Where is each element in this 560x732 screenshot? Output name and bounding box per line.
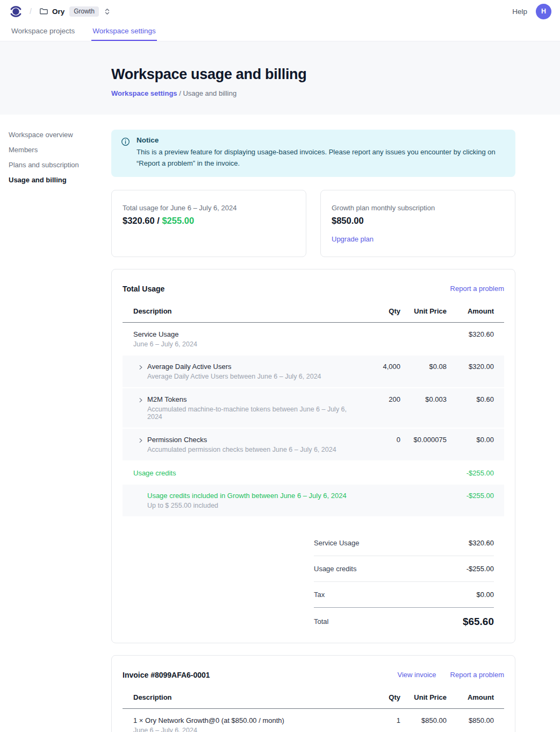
- row-description: 1 × Ory Network Growth@0 (at $850.00 / m…: [123, 716, 363, 732]
- usage-table-header: Description Qty Unit Price Amount: [123, 304, 504, 323]
- col-unit-price: Unit Price: [400, 693, 447, 701]
- invoice-panel: Invoice #8099AFA6-0001 View invoice Repo…: [111, 655, 515, 732]
- sidebar-item-workspace-overview[interactable]: Workspace overview: [9, 131, 100, 139]
- row-description: Service Usage June 6 – July 6, 2024: [123, 330, 363, 348]
- row-amount: $320.00: [447, 363, 494, 371]
- chevron-right-icon[interactable]: [123, 395, 147, 403]
- notice-body: Notice This is a preview feature for dis…: [137, 136, 505, 169]
- row-qty: 200: [363, 395, 400, 403]
- col-qty: Qty: [363, 693, 400, 701]
- subscription-label: Growth plan monthly subscription: [332, 204, 504, 212]
- row-subtitle: Accumulated permission checks between Ju…: [147, 446, 363, 453]
- page-title: Workspace usage and billing: [111, 66, 551, 83]
- folder-icon: [39, 7, 48, 16]
- row-unit-price: $850.00: [400, 716, 447, 724]
- row-title: Service Usage: [133, 330, 363, 338]
- row-amount: $850.00: [447, 716, 494, 724]
- total-usage-label: Total usage for June 6 – July 6, 2024: [123, 204, 295, 212]
- summary-row-usage-credits: Usage credits -$255.00: [314, 556, 494, 582]
- row-subtitle: Average Daily Active Users between June …: [147, 373, 363, 380]
- sidebar-item-members[interactable]: Members: [9, 146, 100, 154]
- breadcrumb-settings-link[interactable]: Workspace settings: [111, 89, 177, 97]
- row-unit-price: $0.08: [400, 363, 447, 371]
- table-row-m2m-tokens: M2M Tokens Accumulated machine-to-machin…: [123, 388, 504, 428]
- help-link[interactable]: Help: [512, 8, 527, 16]
- row-description: Usage credits: [123, 469, 447, 477]
- row-description: Average Daily Active Users Average Daily…: [147, 363, 363, 380]
- row-subtitle: June 6 – July 6, 2024: [133, 727, 363, 732]
- usage-panel-title: Total Usage: [123, 285, 164, 293]
- ory-logo-icon[interactable]: [9, 4, 23, 19]
- summary-value: $320.60: [469, 539, 494, 547]
- chevron-right-icon[interactable]: [123, 436, 147, 444]
- invoice-title: Invoice #8099AFA6-0001: [123, 671, 210, 679]
- row-unit-price: $0.003: [400, 395, 447, 403]
- table-row-service-usage: Service Usage June 6 – July 6, 2024 $320…: [123, 323, 504, 356]
- row-description: M2M Tokens Accumulated machine-to-machin…: [147, 395, 363, 421]
- workspace-name[interactable]: Ory: [52, 8, 64, 16]
- total-label: Total: [314, 617, 328, 626]
- invoice-report-problem-link[interactable]: Report a problem: [450, 671, 504, 679]
- row-title: Usage credits included in Growth between…: [147, 492, 447, 500]
- row-subtitle: Accumulated machine-to-machine tokens be…: [147, 406, 363, 421]
- tab-workspace-projects[interactable]: Workspace projects: [10, 23, 76, 41]
- row-unit-price: $0.000075: [400, 436, 447, 444]
- row-qty: 0: [363, 436, 400, 444]
- breadcrumb: Workspace settings / Usage and billing: [111, 89, 551, 97]
- chevron-right-icon[interactable]: [123, 363, 147, 371]
- row-amount: $0.00: [447, 436, 494, 444]
- main-content: Notice This is a preview feature for dis…: [111, 115, 515, 732]
- workspace-tabs: Workspace projects Workspace settings: [0, 23, 560, 41]
- invoice-panel-header: Invoice #8099AFA6-0001 View invoice Repo…: [123, 666, 504, 690]
- breadcrumb-separator: /: [30, 7, 32, 16]
- row-amount: $320.60: [447, 330, 494, 338]
- usage-amount-separator: /: [155, 216, 162, 225]
- sidebar-item-usage-and-billing[interactable]: Usage and billing: [9, 176, 100, 184]
- workspace-switcher-icon[interactable]: [103, 8, 111, 16]
- table-row-usage-credits: Usage credits -$255.00: [123, 461, 504, 485]
- total-value: $65.60: [463, 616, 494, 628]
- table-row-usage-credits-included: Usage credits included in Growth between…: [123, 485, 504, 516]
- total-usage-card: Total usage for June 6 – July 6, 2024 $3…: [111, 190, 306, 257]
- view-invoice-link[interactable]: View invoice: [398, 671, 436, 679]
- usage-panel-header: Total Usage Report a problem: [123, 280, 504, 304]
- invoice-table-header: Description Qty Unit Price Amount: [123, 690, 504, 709]
- usage-summary: Service Usage $320.60 Usage credits -$25…: [314, 530, 494, 630]
- summary-row-total: Total $65.60: [314, 608, 494, 630]
- tab-workspace-settings[interactable]: Workspace settings: [91, 23, 157, 41]
- usage-report-problem-link[interactable]: Report a problem: [450, 285, 504, 293]
- row-amount: -$255.00: [447, 469, 494, 477]
- notice-title: Notice: [137, 136, 505, 144]
- row-amount: -$255.00: [447, 492, 494, 500]
- summary-row-service-usage: Service Usage $320.60: [314, 530, 494, 556]
- row-qty: 4,000: [363, 363, 400, 371]
- subscription-amount: $850.00: [332, 216, 504, 226]
- invoice-row-growth-plan: 1 × Ory Network Growth@0 (at $850.00 / m…: [123, 709, 504, 732]
- usage-credit-value: $255.00: [162, 216, 194, 225]
- row-subtitle: Up to $ 255.00 included: [147, 502, 447, 509]
- user-avatar[interactable]: H: [536, 4, 551, 19]
- info-icon: [121, 136, 130, 169]
- table-row-average-daily-active-users: Average Daily Active Users Average Daily…: [123, 356, 504, 387]
- top-bar: / Ory Growth Help H: [0, 0, 560, 23]
- col-amount: Amount: [447, 307, 494, 315]
- plan-badge: Growth: [69, 6, 99, 17]
- row-title: Average Daily Active Users: [147, 363, 363, 371]
- row-description: Permission Checks Accumulated permission…: [147, 436, 363, 453]
- total-usage-panel: Total Usage Report a problem Description…: [111, 269, 515, 643]
- sidebar-item-plans-and-subscription[interactable]: Plans and subscription: [9, 161, 100, 169]
- table-row-permission-checks: Permission Checks Accumulated permission…: [123, 429, 504, 460]
- col-amount: Amount: [447, 693, 494, 701]
- row-subtitle: June 6 – July 6, 2024: [133, 340, 363, 348]
- notice-banner: Notice This is a preview feature for dis…: [111, 130, 515, 177]
- summary-label: Service Usage: [314, 539, 360, 547]
- usage-amount-value: $320.60: [123, 216, 155, 225]
- upgrade-plan-link[interactable]: Upgrade plan: [332, 235, 374, 243]
- row-title: Usage credits: [133, 469, 447, 477]
- summary-label: Tax: [314, 591, 325, 599]
- col-qty: Qty: [363, 307, 400, 315]
- row-title: Permission Checks: [147, 436, 363, 444]
- row-amount: $0.60: [447, 395, 494, 403]
- summary-label: Usage credits: [314, 565, 356, 573]
- stat-cards: Total usage for June 6 – July 6, 2024 $3…: [111, 190, 515, 257]
